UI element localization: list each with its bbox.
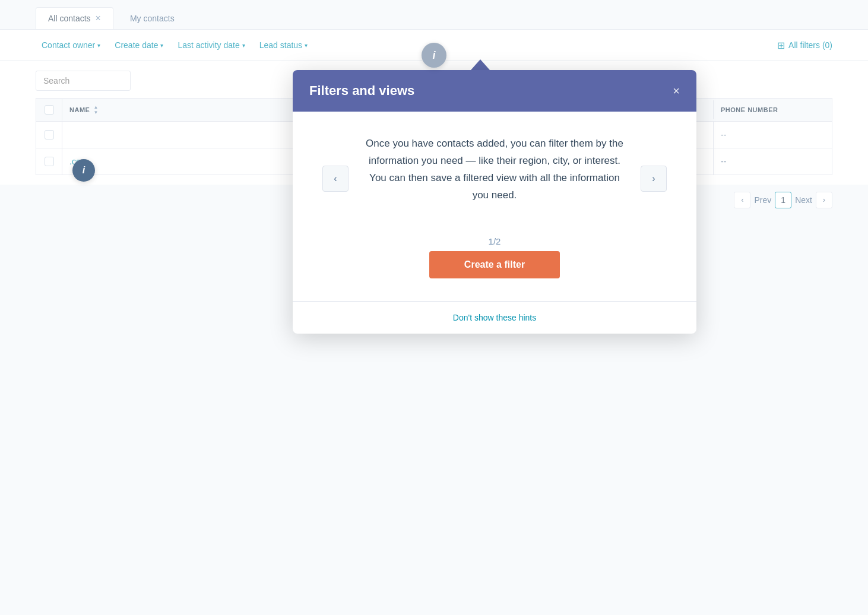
- modal-next-button[interactable]: ›: [641, 166, 667, 192]
- modal-nav: ‹ Once you have contacts added, you can …: [322, 135, 667, 222]
- modal-header: Filters and views ×: [293, 70, 696, 112]
- chevron-right-icon: ›: [652, 173, 655, 184]
- modal-prev-button[interactable]: ‹: [322, 166, 349, 192]
- modal-wrapper: Filters and views × ‹ Once you have cont…: [293, 59, 696, 334]
- modal-close-button[interactable]: ×: [673, 85, 680, 97]
- filters-and-views-modal: Filters and views × ‹ Once you have cont…: [293, 70, 696, 334]
- modal-pointer-arrow: [471, 59, 490, 70]
- info-tooltip-top-anchor: i: [422, 43, 446, 68]
- create-filter-button[interactable]: Create a filter: [429, 251, 560, 278]
- modal-description: Once you have contacts added, you can fi…: [360, 135, 629, 204]
- info-icon-left[interactable]: i: [72, 159, 95, 182]
- chevron-left-icon: ‹: [334, 173, 337, 184]
- modal-content-area: Once you have contacts added, you can fi…: [349, 135, 641, 222]
- modal-body: ‹ Once you have contacts added, you can …: [293, 112, 696, 301]
- modal-footer: Don't show these hints: [293, 301, 696, 334]
- info-icon-top[interactable]: i: [422, 43, 446, 68]
- modal-title: Filters and views: [309, 83, 414, 99]
- modal-page-indicator: 1/2: [322, 236, 667, 246]
- info-tooltip-left-anchor: i: [72, 159, 95, 182]
- dont-show-hints-link[interactable]: Don't show these hints: [453, 313, 536, 322]
